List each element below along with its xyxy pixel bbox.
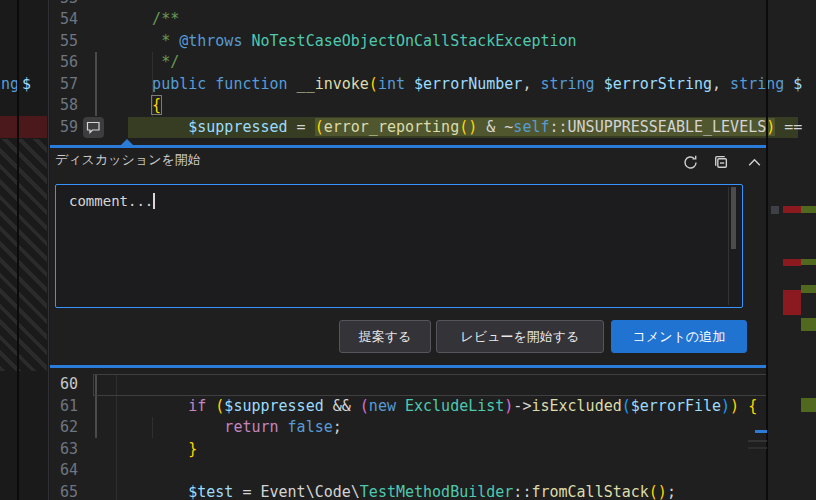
refresh-button[interactable] [679,152,701,174]
code-token: int [378,75,405,93]
original-editor-edge: ng $ [0,0,50,500]
line-number-53[interactable]: 53 [50,0,78,9]
code-line-63[interactable]: } [188,439,197,461]
diff-overview-marker [783,206,801,213]
code-token: = [288,118,315,136]
chevron-up-icon [746,154,763,171]
code-token: ( [215,397,224,415]
code-token: ( [369,75,378,93]
code-token: -> [513,397,531,415]
line-number-64[interactable]: 64 [50,460,78,482]
code-token [206,75,215,93]
diff-overview-marker [801,318,816,331]
code-line-54[interactable]: /** [152,9,179,31]
comment-input[interactable]: comment... [55,184,743,308]
diff-overview-marker [748,440,767,442]
add-comment-button[interactable]: コメントの追加 [611,320,747,353]
line-number-60[interactable]: 60 [50,374,78,396]
line-number-55[interactable]: 55 [50,31,78,53]
text-caret [153,193,155,209]
copy-icon [712,154,729,171]
diff-sash[interactable] [48,0,49,500]
code-token: TestMethodBuilder [360,483,514,500]
line-number-59[interactable]: 59 [50,117,78,139]
code-line-65[interactable]: $test = Event\Code\TestMethodBuilder::fr… [188,482,676,500]
refresh-icon [682,154,699,171]
code-line-59[interactable]: $suppressed = (error_reporting() & ~self… [188,117,802,139]
collapse-button[interactable] [743,152,765,174]
code-token: string [730,75,784,93]
code-token: } [188,440,197,458]
code-line-62[interactable]: return false; [224,417,341,439]
code-token: string [540,75,594,93]
line-number-57[interactable]: 57 [50,74,78,96]
code-token [405,75,414,93]
start-review-button[interactable]: レビューを開始する [436,320,604,353]
comment-icon [86,120,101,135]
suggest-button[interactable]: 提案する [339,320,431,353]
textarea-scrollbar-thumb[interactable] [731,187,736,249]
diff-overview-marker [783,290,801,315]
line-number-62[interactable]: 62 [50,417,78,439]
code-token: * [152,32,179,50]
code-token: ( [315,118,324,136]
code-token: ( [360,397,369,415]
indent-guide [152,417,153,438]
comment-range-bar [95,52,97,116]
code-token: fromCallStack [531,483,648,500]
code-token: { [748,397,757,415]
original-code-fragment: $ [22,74,31,96]
code-token: == [775,118,802,136]
code-line-55[interactable]: * @throws NoTestCaseObjectOnCallStackExc… [152,31,576,53]
code-token: new [369,397,396,415]
widget-title: ディスカッションを開始 [55,151,201,169]
line-number-54[interactable]: 54 [50,9,78,31]
code-token [396,397,405,415]
diff-overview-marker [783,259,801,266]
line-number-63[interactable]: 63 [50,439,78,461]
code-token: return [224,418,278,436]
diff-overview-marker [801,206,816,213]
code-token: error_reporting [324,118,459,136]
line-number-61[interactable]: 61 [50,396,78,418]
code-token: :: [549,118,567,136]
code-token: :: [513,483,531,500]
line-number-56[interactable]: 56 [50,52,78,74]
code-token: self [513,118,549,136]
current-line-highlight [93,374,768,396]
deleted-line-marker [0,116,47,138]
code-token: $errorString [604,75,712,93]
code-token: NoTestCaseObjectOnCallStackException [251,32,576,50]
column-ruler-left [17,0,19,500]
code-token: isExcluded [531,397,621,415]
code-token: $errorNumber [414,75,522,93]
code-token: ) [730,397,739,415]
copy-button[interactable] [709,152,731,174]
textarea-scrollbar-track [728,187,729,305]
code-token: @throws [179,32,242,50]
line-number-58[interactable]: 58 [50,95,78,117]
code-token [595,75,604,93]
diff-overview-marker [755,430,767,433]
code-token: ; [333,418,342,436]
code-token: { [152,96,161,114]
code-token [279,418,288,436]
code-token: , [712,75,730,93]
code-line-58[interactable]: { [152,95,161,117]
code-token: ) [504,397,513,415]
code-line-56[interactable]: */ [152,52,179,74]
comment-thread-glyph[interactable] [83,117,104,138]
code-token: ( [622,397,631,415]
code-line-61[interactable]: if ($suppressed && (new ExcludeList)->is… [188,396,757,418]
code-token [784,75,793,93]
code-token: = Event\Code\ [233,483,359,500]
diff-overview-marker [771,206,779,214]
code-token: */ [152,53,179,71]
code-token: $test [188,483,233,500]
code-token: function [215,75,287,93]
code-token [739,397,748,415]
code-token: , [522,75,540,93]
code-line-57[interactable]: public function __invoke(int $errorNumbe… [152,74,802,96]
diff-overview-marker [748,447,767,449]
line-number-65[interactable]: 65 [50,482,78,500]
